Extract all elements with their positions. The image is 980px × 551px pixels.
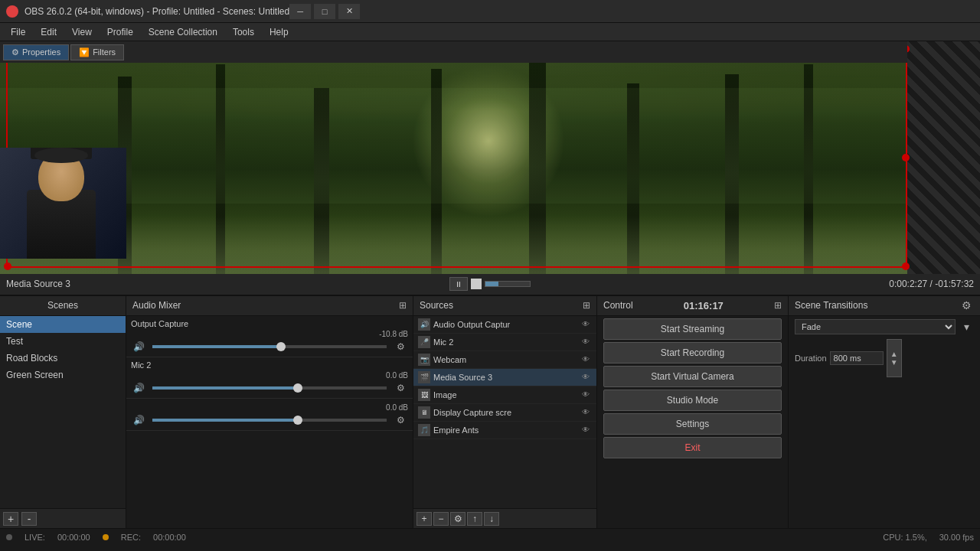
audio-panel-header: Audio Mixer ⊞ xyxy=(126,296,413,316)
source-settings-button[interactable]: ⚙ xyxy=(450,512,466,526)
minimize-button[interactable]: ─ xyxy=(289,4,311,19)
remove-scene-button[interactable]: - xyxy=(21,512,37,526)
source-item[interactable]: 🖼 Image 👁 xyxy=(413,386,596,404)
media-progress-bar[interactable] xyxy=(485,281,531,287)
control-buttons: Start StreamingStart RecordingStart Virt… xyxy=(597,316,788,461)
transition-type-select[interactable]: Fade Cut Swipe Slide Stinger xyxy=(795,319,956,334)
tab-filters[interactable]: 🔽 Filters xyxy=(70,44,124,60)
source-visibility-icon[interactable]: 👁 xyxy=(580,336,592,348)
control-panel: Control 01:16:17 ⊞ Start StreamingStart … xyxy=(597,296,789,529)
audio-meter-row: 0.0 dB xyxy=(131,371,408,380)
audio-track: Mic 2 0.0 dB 🔊 ⚙ xyxy=(126,357,413,399)
source-visibility-icon[interactable]: 👁 xyxy=(580,424,592,436)
menu-view[interactable]: View xyxy=(64,25,100,39)
audio-expand-button[interactable]: ⊞ xyxy=(399,300,407,311)
transitions-settings-button[interactable]: ⚙ xyxy=(959,298,974,313)
exit-button[interactable]: Exit xyxy=(603,437,782,458)
hatch-area xyxy=(907,41,980,274)
source-visibility-icon[interactable]: 👁 xyxy=(580,354,592,366)
studio-mode-button[interactable]: Studio Mode xyxy=(603,390,782,411)
scene-item[interactable]: Road Blocks xyxy=(0,350,126,367)
media-source-controls: ⏸ xyxy=(449,277,531,291)
source-type-icon: 🔊 xyxy=(418,318,430,331)
source-type-icon: 📷 xyxy=(418,354,430,366)
menu-scene-collection[interactable]: Scene Collection xyxy=(141,25,225,39)
source-name-label: Display Capture scre xyxy=(433,408,577,417)
duration-spinner[interactable]: ▲▼ xyxy=(887,339,902,377)
audio-controls: 🔊 ⚙ xyxy=(131,340,408,354)
scene-item[interactable]: Scene xyxy=(0,316,126,333)
remove-source-button[interactable]: − xyxy=(433,512,449,526)
volume-slider[interactable] xyxy=(152,419,387,422)
duration-row: Duration ▲▼ xyxy=(789,337,980,379)
control-panel-header: Control 01:16:17 ⊞ xyxy=(597,296,788,316)
add-source-button[interactable]: + xyxy=(416,512,432,526)
volume-slider[interactable] xyxy=(152,386,387,390)
settings-button[interactable]: Settings xyxy=(603,413,782,435)
source-item[interactable]: 🖥 Display Capture scre 👁 xyxy=(413,404,596,422)
webcam-overlay xyxy=(0,148,126,259)
filters-icon: 🔽 xyxy=(79,47,90,57)
source-type-icon: 🎵 xyxy=(418,424,430,436)
preview-container[interactable]: ⚙ Properties 🔽 Filters xyxy=(0,41,980,274)
titlebar: OBS 26.0.2 (64-bit, windows) - Profile: … xyxy=(0,0,980,23)
menubar: File Edit View Profile Scene Collection … xyxy=(0,23,980,41)
sources-expand-button[interactable]: ⊞ xyxy=(583,300,590,311)
close-button[interactable]: ✕ xyxy=(338,4,360,19)
source-item[interactable]: 🎬 Media Source 3 👁 xyxy=(413,369,596,386)
menu-profile[interactable]: Profile xyxy=(100,25,141,39)
audio-settings-icon[interactable]: ⚙ xyxy=(393,413,408,427)
obs-icon xyxy=(6,5,18,18)
maximize-button[interactable]: □ xyxy=(314,4,335,19)
audio-track: Output Capture -10.8 dB 🔊 ⚙ xyxy=(126,316,413,357)
transition-selector-row: Fade Cut Swipe Slide Stinger ▾ xyxy=(789,316,980,337)
media-source-name: Media Source 3 xyxy=(6,279,70,289)
source-visibility-icon[interactable]: 👁 xyxy=(580,371,592,383)
menu-help[interactable]: Help xyxy=(262,25,296,39)
source-name-label: Webcam xyxy=(433,355,577,364)
sources-panel-footer: + − ⚙ ↑ ↓ xyxy=(413,508,596,528)
titlebar-controls: ─ □ ✕ xyxy=(289,4,360,19)
add-scene-button[interactable]: + xyxy=(3,512,18,526)
media-stop-button[interactable] xyxy=(471,279,482,289)
start-streaming-button[interactable]: Start Streaming xyxy=(603,318,782,340)
audio-mute-icon[interactable]: 🔊 xyxy=(131,413,146,427)
audio-mixer-panel: Audio Mixer ⊞ Output Capture -10.8 dB 🔊 xyxy=(126,296,413,529)
media-pause-button[interactable]: ⏸ xyxy=(449,277,468,291)
audio-mute-icon[interactable]: 🔊 xyxy=(131,340,146,354)
source-visibility-icon[interactable]: 👁 xyxy=(580,406,592,419)
scene-item[interactable]: Green Screen xyxy=(0,367,126,383)
audio-settings-icon[interactable]: ⚙ xyxy=(393,381,408,395)
duration-input[interactable] xyxy=(830,351,884,365)
scene-item[interactable]: Test xyxy=(0,333,126,350)
source-item[interactable]: 🔊 Audio Output Captur 👁 xyxy=(413,316,596,334)
audio-track-name: Output Capture xyxy=(131,319,408,328)
source-visibility-icon[interactable]: 👁 xyxy=(580,389,592,401)
tab-properties[interactable]: ⚙ Properties xyxy=(3,44,69,60)
source-item[interactable]: 📷 Webcam 👁 xyxy=(413,351,596,369)
statusbar: LIVE: 00:00:00 REC: 00:00:00 CPU: 1.5%, … xyxy=(0,528,980,545)
source-down-button[interactable]: ↓ xyxy=(484,512,499,526)
transition-chevron-icon[interactable]: ▾ xyxy=(959,319,974,334)
menu-tools[interactable]: Tools xyxy=(225,25,262,39)
volume-slider[interactable] xyxy=(152,345,387,348)
source-item[interactable]: 🎤 Mic 2 👁 xyxy=(413,334,596,351)
start-recording-button[interactable]: Start Recording xyxy=(603,342,782,364)
audio-mute-icon[interactable]: 🔊 xyxy=(131,381,146,395)
source-visibility-icon[interactable]: 👁 xyxy=(580,318,592,331)
rec-indicator xyxy=(103,534,109,540)
source-item[interactable]: 🎵 Empire Ants 👁 xyxy=(413,422,596,439)
source-name-label: Audio Output Captur xyxy=(433,320,577,329)
audio-tracks: Output Capture -10.8 dB 🔊 ⚙ Mic 2 xyxy=(126,316,413,529)
webcam-background xyxy=(0,148,126,259)
audio-settings-icon[interactable]: ⚙ xyxy=(393,340,408,354)
prop-tabbar: ⚙ Properties 🔽 Filters xyxy=(0,41,907,63)
audio-meter-row: -10.8 dB xyxy=(131,330,408,338)
start-virtual-camera-button[interactable]: Start Virtual Camera xyxy=(603,366,782,387)
media-timestamp: 0:00:2:27 / -01:57:32 xyxy=(889,279,974,289)
menu-edit[interactable]: Edit xyxy=(33,25,64,39)
menu-file[interactable]: File xyxy=(3,25,33,39)
source-up-button[interactable]: ↑ xyxy=(467,512,482,526)
control-expand-button[interactable]: ⊞ xyxy=(774,300,782,311)
scene-transitions-panel: Scene Transitions ⚙ Fade Cut Swipe Slide… xyxy=(789,296,980,529)
